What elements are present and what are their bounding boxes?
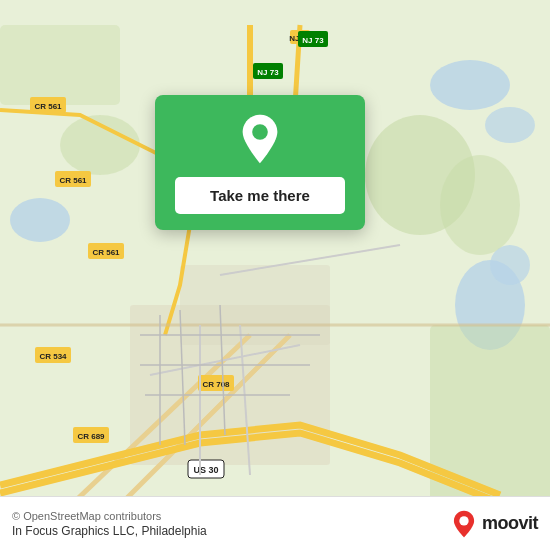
map-container: NJ 73 CR 561 CR 561 CR 561 CR 534 CR 689…	[0, 0, 550, 550]
svg-rect-12	[180, 265, 330, 345]
svg-point-52	[459, 516, 468, 525]
moovit-pin-icon	[450, 510, 478, 538]
moovit-text: moovit	[482, 513, 538, 534]
location-pin-icon	[234, 113, 286, 165]
svg-text:CR 689: CR 689	[77, 432, 105, 441]
svg-point-5	[10, 198, 70, 242]
svg-text:CR 561: CR 561	[59, 176, 87, 185]
svg-text:CR 561: CR 561	[92, 248, 120, 257]
svg-rect-8	[0, 25, 120, 105]
map-background: NJ 73 CR 561 CR 561 CR 561 CR 534 CR 689…	[0, 0, 550, 550]
svg-point-4	[490, 245, 530, 285]
svg-rect-10	[430, 325, 550, 505]
svg-point-7	[440, 155, 520, 255]
svg-point-1	[430, 60, 510, 110]
take-me-there-button[interactable]: Take me there	[175, 177, 345, 214]
moovit-logo: moovit	[450, 510, 538, 538]
svg-point-51	[252, 124, 268, 140]
location-card: Take me there	[155, 95, 365, 230]
copyright-text: © OpenStreetMap contributors	[12, 510, 207, 522]
svg-text:CR 708: CR 708	[202, 380, 230, 389]
svg-point-2	[485, 107, 535, 143]
svg-text:NJ 73: NJ 73	[257, 68, 279, 77]
svg-text:NJ 73: NJ 73	[302, 36, 324, 45]
svg-text:US 30: US 30	[193, 465, 218, 475]
bottom-bar: © OpenStreetMap contributors In Focus Gr…	[0, 496, 550, 550]
svg-text:CR 534: CR 534	[39, 352, 67, 361]
svg-text:CR 561: CR 561	[34, 102, 62, 111]
business-name: In Focus Graphics LLC, Philadelphia	[12, 524, 207, 538]
